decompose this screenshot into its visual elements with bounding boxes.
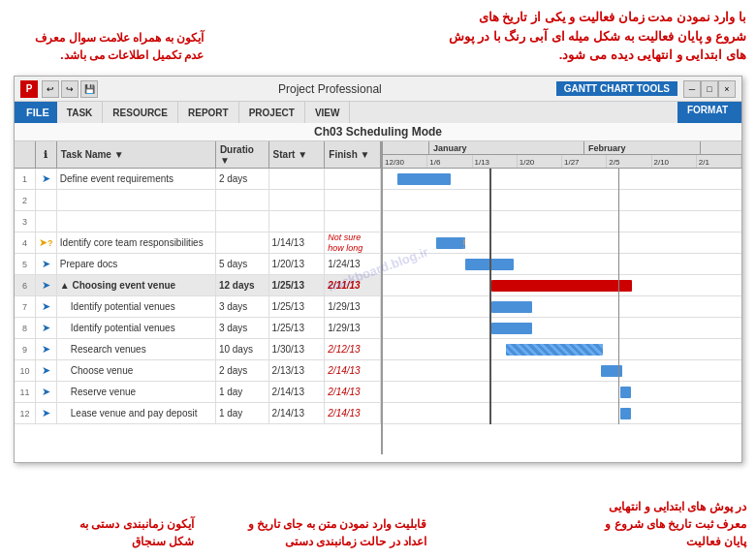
cell-row-id: 3: [15, 211, 36, 232]
cell-duration: 1 day: [216, 382, 269, 402]
task-rows: 1 ➤ Define event requirements 2 days 2: [15, 169, 381, 424]
gantt-row: [383, 296, 741, 318]
gantt-month-row: January February: [383, 141, 741, 155]
file-tab[interactable]: FILE: [18, 105, 57, 120]
gantt-date-row: 12/30 1/6 1/13 1/20 1/27 2/5 2/10 2/1: [383, 155, 741, 169]
cell-start: 1/20/13: [269, 254, 326, 274]
cell-duration: 3 days: [216, 318, 269, 338]
cell-duration: 2 days: [216, 169, 269, 189]
cell-finish: [325, 169, 381, 189]
gantt-area: January February 12/30 1/6 1/13 1/20 1/2…: [383, 141, 741, 454]
cell-row-id: 8: [15, 318, 36, 338]
cell-duration: 3 days: [216, 296, 269, 317]
cell-row-id: 1: [15, 169, 36, 189]
today-line: [489, 169, 491, 424]
title-bar: P ↩ ↪ 💾 Project Professional GANTT CHART…: [15, 77, 741, 102]
redo-button[interactable]: ↪: [61, 80, 79, 98]
table-row: 1 ➤ Define event requirements 2 days: [15, 169, 381, 190]
cell-start: [269, 211, 326, 232]
table-row: 5 ➤ Prepare docs 5 days 1/20/13 1/24/13: [15, 254, 381, 275]
schedule-title: Ch03 Scheduling Mode: [15, 123, 741, 141]
cell-finish: 2/14/13: [325, 403, 381, 423]
app-title: Project Professional: [104, 82, 556, 96]
cell-row-id: 7: [15, 296, 36, 317]
cell-finish: [325, 190, 381, 210]
gantt-date: 2/1: [697, 155, 741, 169]
cell-duration: 5 days: [216, 254, 269, 274]
gantt-row: [383, 275, 741, 296]
tab-format[interactable]: FORMAT: [677, 102, 738, 123]
gantt-header: January February 12/30 1/6 1/13 1/20 1/2…: [383, 141, 741, 169]
tab-project[interactable]: PROJECT: [239, 102, 305, 123]
cell-row-id: 10: [15, 360, 36, 381]
cell-indicator: ➤: [36, 382, 57, 402]
tab-task[interactable]: TASK: [57, 102, 103, 123]
cell-task-name: Prepare docs: [57, 254, 216, 274]
close-button[interactable]: ×: [718, 80, 736, 98]
title-bar-buttons: ↩ ↪ 💾: [42, 80, 98, 98]
cell-start: 1/14/13: [269, 232, 326, 253]
minimize-button[interactable]: ─: [683, 80, 701, 98]
ribbon: FILE TASK RESOURCE REPORT PROJECT VIEW F…: [15, 102, 741, 123]
gantt-bar: [620, 387, 631, 398]
cell-indicator: ➤: [36, 296, 57, 317]
save-button[interactable]: 💾: [80, 80, 98, 98]
gantt-month-feb: February: [584, 141, 701, 154]
ms-logo: P: [20, 80, 38, 98]
tab-resource[interactable]: RESOURCE: [103, 102, 178, 123]
cell-start: 2/14/13: [269, 403, 326, 423]
gantt-bar: [506, 344, 603, 356]
cell-task-name: [57, 211, 216, 232]
table-row: 7 ➤ Identify potential venues 3 days 1/2…: [15, 296, 381, 318]
table-row: 8 ➤ Identify potential venues 3 days 1/2…: [15, 318, 381, 339]
cell-finish: Not surehow long: [325, 232, 381, 253]
col-task-header: Task Name ▼: [57, 141, 216, 168]
cell-finish: [325, 211, 381, 232]
gantt-month-jan: January: [429, 141, 584, 154]
gantt-date: 1/27: [562, 155, 607, 169]
cell-indicator: ➤ ?: [36, 232, 57, 253]
column-headers: ℹ Task Name ▼ Duratio ▼ Start ▼ Finish ▼: [15, 141, 381, 169]
col-start-header: Start ▼: [269, 141, 326, 168]
cell-indicator: ➤: [36, 169, 57, 189]
gantt-bar: [491, 301, 532, 313]
cell-finish: 1/2­9/13: [325, 296, 381, 317]
gantt-date: 1/20: [518, 155, 562, 169]
gantt-bar: [620, 408, 631, 419]
annotation-bottom-right: در پوش های ابتدایی و انتهایی معرف ثبت تا…: [523, 498, 746, 550]
main-content: ℹ Task Name ▼ Duratio ▼ Start ▼ Finish ▼…: [15, 141, 741, 454]
gantt-row: [383, 360, 741, 382]
cell-indicator: [36, 190, 57, 210]
annotation-top-left: آیکون به همراه علامت سوال معرف عدم تکمیل…: [10, 29, 204, 64]
cell-task-name: Identify core team responsibilities: [57, 232, 216, 253]
table-row: 2: [15, 190, 381, 211]
gantt-date: 1/6: [427, 155, 472, 169]
tab-view[interactable]: VIEW: [305, 102, 351, 123]
col-id-header: [15, 141, 36, 168]
gantt-date: 2/5: [607, 155, 651, 169]
annotation-top-right: با وارد نمودن مدت زمان فعالیت و یکی از ت…: [446, 8, 746, 65]
gantt-row: [383, 403, 741, 424]
gantt-date: 2/10: [652, 155, 697, 169]
cell-start: 1/25/13: [269, 318, 326, 338]
cell-indicator: [36, 211, 57, 232]
cell-task-name: Reserve venue: [57, 382, 216, 402]
cell-duration: 10 days: [216, 339, 269, 359]
cell-task-name: Research venues: [57, 339, 216, 359]
maximize-button[interactable]: □: [701, 80, 718, 98]
app-window: P ↩ ↪ 💾 Project Professional GANTT CHART…: [14, 76, 742, 463]
tab-report[interactable]: REPORT: [178, 102, 239, 123]
gantt-row: [383, 339, 741, 360]
gantt-row: [383, 318, 741, 339]
gantt-date: 1/13: [473, 155, 518, 169]
gantt-row: [383, 232, 741, 254]
col-finish-header: Finish ▼: [325, 141, 381, 168]
gantt-date: 12/30: [383, 155, 427, 169]
cell-row-id: 2: [15, 190, 36, 210]
gantt-row: [383, 254, 741, 275]
table-row: 4 ➤ ? Identify core team responsibilitie…: [15, 232, 381, 254]
gantt-row: [383, 211, 741, 232]
undo-button[interactable]: ↩: [42, 80, 59, 98]
cell-row-id: 11: [15, 382, 36, 402]
cell-indicator: ➤: [36, 318, 57, 338]
